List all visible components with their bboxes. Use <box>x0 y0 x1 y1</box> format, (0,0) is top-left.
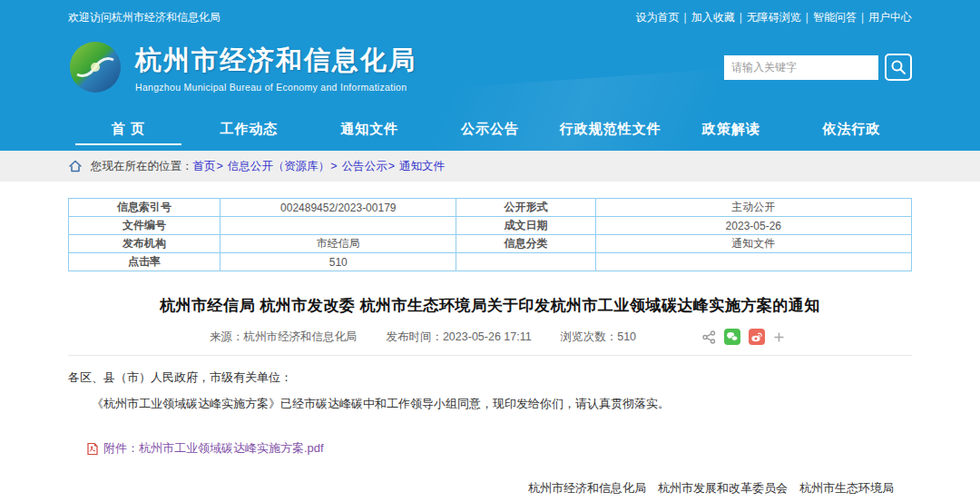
separator: | <box>861 11 864 24</box>
main-nav: 首 页 工作动态 通知文件 公示公告 行政规范性文件 政策解读 依法行政 <box>68 107 912 151</box>
info-label: 信息索引号 <box>69 199 220 217</box>
separator: | <box>684 11 687 24</box>
table-row: 文件编号 成文日期 2023-05-26 <box>69 217 912 235</box>
welcome-text: 欢迎访问杭州市经济和信息化局 <box>68 10 220 25</box>
nav-item-home[interactable]: 首 页 <box>68 107 189 151</box>
info-label: 点击率 <box>69 253 220 271</box>
article-source: 来源：杭州市经济和信息化局 <box>210 330 358 345</box>
article-meta-section: 来源：杭州市经济和信息化局 发布时间：2023-05-26 17:11 浏览次数… <box>68 316 912 356</box>
info-value: 510 <box>220 253 456 271</box>
issuing-agencies: 杭州市经济和信息化局 杭州市发展和改革委员会 杭州市生态环境局 <box>68 480 912 497</box>
article-page: 信息索引号 002489452/2023-00179 公开形式 主动公开 文件编… <box>68 182 912 502</box>
info-value: 主动公开 <box>595 199 911 217</box>
table-row: 点击率 510 <box>69 253 912 271</box>
info-label: 信息分类 <box>456 235 595 253</box>
article-view-count: 浏览次数：510 <box>561 330 636 345</box>
breadcrumb: 您现在所在的位置： 首页 > 信息公开（资源库） > 公告公示 > 通知文件 <box>68 151 912 182</box>
search-icon <box>890 59 906 75</box>
nav-item-label: 首 页 <box>112 121 145 138</box>
nav-item-label: 通知文件 <box>340 121 398 138</box>
nav-item-label: 公示公告 <box>461 121 519 138</box>
breadcrumb-link-home[interactable]: 首页 <box>193 159 216 174</box>
site-title: 杭州市经济和信息化局 <box>135 43 416 79</box>
breadcrumb-link-notice-documents[interactable]: 通知文件 <box>399 159 445 174</box>
brand-text: 杭州市经济和信息化局 Hangzhou Municipal Bureau of … <box>135 43 416 93</box>
table-row: 发布机构 市经信局 信息分类 通知文件 <box>69 235 912 253</box>
attachment-row: 附件：杭州市工业领域碳达峰实施方案.pdf <box>68 440 912 457</box>
breadcrumb-prefix: 您现在所在的位置： <box>91 159 193 174</box>
info-label: 成文日期 <box>456 217 595 235</box>
info-value: 002489452/2023-00179 <box>220 199 456 217</box>
info-value: 通知文件 <box>595 235 911 253</box>
separator: | <box>740 11 742 24</box>
info-value <box>595 253 911 271</box>
share-toolbar <box>694 329 785 345</box>
attachment-link[interactable]: 附件：杭州市工业领域碳达峰实施方案.pdf <box>103 440 324 457</box>
article-title: 杭州市经信局 杭州市发改委 杭州市生态环境局关于印发杭州市工业领域碳达峰实施方案… <box>68 295 912 316</box>
user-center-link[interactable]: 用户中心 <box>868 11 912 24</box>
search-input[interactable] <box>724 55 878 80</box>
nav-item-policy-interpretation[interactable]: 政策解读 <box>671 107 791 151</box>
search-button[interactable] <box>885 54 912 81</box>
share-icon[interactable] <box>702 330 716 344</box>
breadcrumb-separator: > <box>388 160 395 172</box>
accessibility-link[interactable]: 无障碍浏览 <box>747 11 801 24</box>
info-value: 2023-05-26 <box>595 217 911 235</box>
breadcrumb-link-announcements[interactable]: 公告公示 <box>342 159 387 174</box>
pdf-icon <box>86 442 99 456</box>
set-homepage-link[interactable]: 设为首页 <box>636 11 680 24</box>
nav-item-label: 政策解读 <box>702 121 760 138</box>
article-paragraph: 《杭州市工业领域碳达峰实施方案》已经市碳达峰碳中和工作领导小组同意，现印发给你们… <box>68 396 912 412</box>
nav-item-label: 依法行政 <box>823 121 881 138</box>
smart-qa-link[interactable]: 智能问答 <box>813 11 857 24</box>
site-subtitle: Hangzhou Municipal Bureau of Economy and… <box>135 82 416 93</box>
nav-item-public-announcements[interactable]: 公示公告 <box>430 107 551 151</box>
weibo-share-icon[interactable] <box>749 329 765 345</box>
table-row: 信息索引号 002489452/2023-00179 公开形式 主动公开 <box>69 199 912 217</box>
info-label <box>456 253 595 271</box>
utility-bar: 欢迎访问杭州市经济和信息化局 设为首页|加入收藏|无障碍浏览|智能问答|用户中心 <box>68 0 912 27</box>
breadcrumb-link-info-disclosure[interactable]: 信息公开（资源库） <box>228 159 330 174</box>
article-body: 各区、县（市）人民政府，市级有关单位： 《杭州市工业领域碳达峰实施方案》已经市碳… <box>68 369 912 412</box>
home-icon <box>68 159 83 173</box>
wechat-share-icon[interactable] <box>724 329 740 345</box>
brand-row: 杭州市经济和信息化局 Hangzhou Municipal Bureau of … <box>68 27 912 107</box>
breadcrumb-separator: > <box>330 160 337 172</box>
nav-item-administrative-normative-documents[interactable]: 行政规范性文件 <box>550 107 671 151</box>
info-value: 市经信局 <box>220 235 456 253</box>
search-box <box>724 54 912 81</box>
utility-links: 设为首页|加入收藏|无障碍浏览|智能问答|用户中心 <box>636 10 913 25</box>
article-publish-time: 发布时间：2023-05-26 17:11 <box>386 330 531 345</box>
nav-item-law-based-administration[interactable]: 依法行政 <box>791 107 912 151</box>
nav-item-work-news[interactable]: 工作动态 <box>189 107 309 151</box>
breadcrumb-separator: > <box>217 160 223 172</box>
nav-item-label: 工作动态 <box>220 121 278 138</box>
article-paragraph: 各区、县（市）人民政府，市级有关单位： <box>68 369 912 386</box>
more-share-icon[interactable] <box>773 331 785 343</box>
nav-item-notice-documents[interactable]: 通知文件 <box>309 107 430 151</box>
info-value <box>220 217 456 235</box>
article-meta: 来源：杭州市经济和信息化局 发布时间：2023-05-26 17:11 浏览次数… <box>68 329 912 345</box>
site-header: 欢迎访问杭州市经济和信息化局 设为首页|加入收藏|无障碍浏览|智能问答|用户中心… <box>0 0 980 151</box>
info-table: 信息索引号 002489452/2023-00179 公开形式 主动公开 文件编… <box>68 198 912 271</box>
info-label: 文件编号 <box>69 217 220 235</box>
breadcrumb-bar: 您现在所在的位置： 首页 > 信息公开（资源库） > 公告公示 > 通知文件 <box>0 151 980 182</box>
site-logo-globe-icon <box>68 40 122 94</box>
info-label: 发布机构 <box>69 235 220 253</box>
info-label: 公开形式 <box>456 199 595 217</box>
active-tab-indicator <box>75 143 181 145</box>
add-favorite-link[interactable]: 加入收藏 <box>691 11 735 24</box>
nav-item-label: 行政规范性文件 <box>560 121 662 138</box>
separator: | <box>806 11 808 24</box>
